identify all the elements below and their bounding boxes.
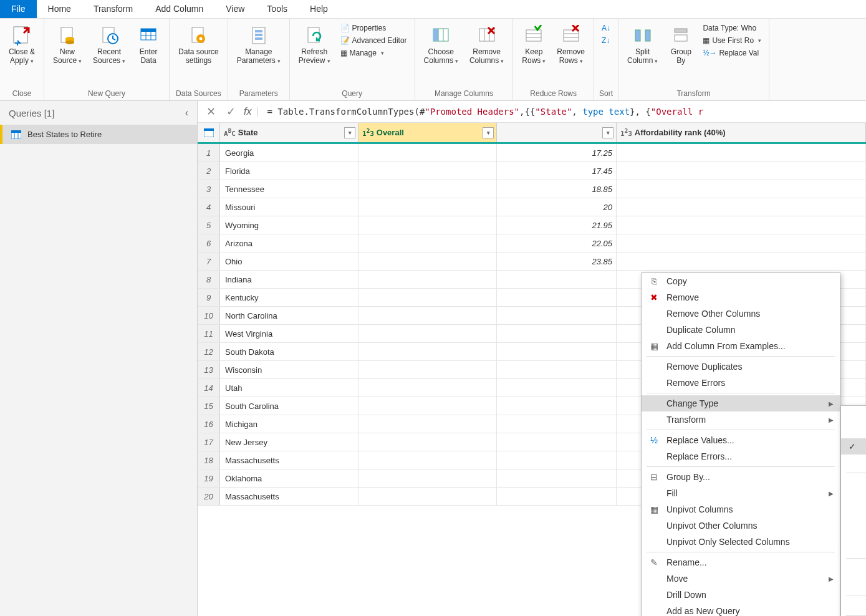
cell-overall[interactable] (358, 397, 497, 415)
cell-overall[interactable] (358, 433, 497, 451)
cell-state[interactable]: Missouri (220, 198, 358, 216)
cell-value[interactable]: 23.85 (497, 253, 617, 270)
row-number[interactable]: 6 (198, 234, 220, 252)
cell-value[interactable] (497, 451, 617, 469)
cell-state[interactable]: Wisconsin (220, 361, 358, 378)
menu-view[interactable]: View (214, 0, 256, 18)
close-apply-button[interactable]: Close & Apply (5, 21, 39, 68)
row-number[interactable]: 12 (198, 343, 220, 360)
sm-date[interactable]: Date (841, 491, 866, 508)
cell-value[interactable] (497, 307, 617, 324)
cm-remove-other[interactable]: Remove Other Columns (642, 306, 840, 322)
cell-value[interactable] (497, 361, 617, 378)
cell-state[interactable]: New Jersey (220, 433, 358, 451)
formula-accept-button[interactable]: ✓ (224, 105, 238, 118)
cell-state[interactable]: Massachusetts (220, 451, 358, 469)
menu-transform[interactable]: Transform (82, 0, 144, 18)
row-number[interactable]: 17 (198, 433, 220, 451)
cell-value[interactable]: 17.25 (497, 144, 617, 161)
sort-asc-button[interactable]: A↓ (602, 22, 610, 34)
cell-overall[interactable] (358, 234, 497, 252)
cell-value[interactable] (497, 488, 617, 505)
cm-add-from-examples[interactable]: ▦Add Column From Examples... (642, 338, 840, 354)
cell-value[interactable] (497, 433, 617, 451)
cell-overall[interactable] (358, 488, 497, 505)
cell-overall[interactable] (358, 144, 497, 161)
cell-state[interactable]: Kentucky (220, 289, 358, 306)
sm-binary[interactable]: Binary (841, 597, 866, 614)
cell-value[interactable]: 17.45 (497, 162, 617, 180)
cell-state[interactable]: Florida (220, 162, 358, 180)
table-row[interactable]: 1Georgia17.25 (198, 144, 866, 162)
table-row[interactable]: 6Arizona22.05 (198, 234, 866, 253)
row-number[interactable]: 14 (198, 379, 220, 397)
row-number[interactable]: 16 (198, 415, 220, 433)
sm-truefalse[interactable]: True/False (841, 577, 866, 593)
cell-affordability[interactable] (617, 162, 866, 180)
cell-overall[interactable] (358, 361, 497, 378)
menu-add-column[interactable]: Add Column (144, 0, 214, 18)
cell-overall[interactable] (358, 253, 497, 270)
cell-state[interactable]: Indiana (220, 271, 358, 288)
use-first-row-button[interactable]: ▦Use First Ro (703, 35, 761, 46)
cm-duplicate[interactable]: Duplicate Column (642, 322, 840, 338)
sort-desc-button[interactable]: Z↓ (602, 35, 610, 46)
row-number[interactable]: 9 (198, 289, 220, 306)
cm-remove-errors[interactable]: Remove Errors (642, 375, 840, 391)
new-source-button[interactable]: New Source (49, 21, 85, 68)
sm-whole-number[interactable]: ✓Whole Number (841, 438, 866, 455)
sm-fixed-decimal[interactable]: Fixed decimal number (841, 422, 866, 438)
column-filter-dropdown[interactable]: ▾ (344, 127, 355, 138)
cell-affordability[interactable] (617, 198, 866, 216)
cell-overall[interactable] (358, 379, 497, 397)
table-row[interactable]: 4Missouri20 (198, 198, 866, 216)
properties-button[interactable]: 📄Properties (340, 22, 407, 34)
choose-columns-button[interactable]: Choose Columns (420, 21, 462, 68)
row-number[interactable]: 4 (198, 198, 220, 216)
cell-state[interactable]: North Carolina (220, 307, 358, 324)
cell-state[interactable]: West Virginia (220, 325, 358, 342)
data-type-button[interactable]: Data Type: Who (703, 22, 761, 34)
cell-state[interactable]: Arizona (220, 234, 358, 252)
cell-value[interactable] (497, 397, 617, 415)
formula-text[interactable]: = Table.TransformColumnTypes(#"Promoted … (257, 107, 703, 117)
group-by-button[interactable]: Group By (665, 21, 696, 67)
table-row[interactable]: 5Wyoming21.95 (198, 216, 866, 234)
cm-move[interactable]: Move▶ (642, 570, 840, 587)
cell-overall[interactable] (358, 343, 497, 360)
cell-value[interactable] (497, 271, 617, 288)
cell-affordability[interactable] (617, 253, 866, 270)
sm-text[interactable]: Text (841, 561, 866, 577)
cell-state[interactable]: South Carolina (220, 397, 358, 415)
table-row[interactable]: 3Tennessee18.85 (198, 180, 866, 198)
cell-state[interactable]: Wyoming (220, 216, 358, 234)
cm-unpivot-other[interactable]: Unpivot Other Columns (642, 517, 840, 534)
row-number[interactable]: 5 (198, 216, 220, 234)
cell-affordability[interactable] (617, 180, 866, 198)
cell-value[interactable] (497, 379, 617, 397)
collapse-queries-icon[interactable]: ‹ (185, 107, 188, 118)
cm-replace-values[interactable]: ½Replace Values... (642, 432, 840, 448)
cm-drill-down[interactable]: Drill Down (642, 587, 840, 603)
advanced-editor-button[interactable]: 📝Advanced Editor (340, 35, 407, 46)
column-header-state[interactable]: ABC State ▾ (220, 123, 358, 142)
menu-tools[interactable]: Tools (256, 0, 299, 18)
manage-button[interactable]: ▦Manage (340, 47, 407, 59)
cell-overall[interactable] (358, 271, 497, 288)
fx-icon[interactable]: fx (244, 106, 251, 117)
row-number[interactable]: 2 (198, 162, 220, 180)
sm-percentage[interactable]: Percentage (841, 455, 866, 471)
cell-value[interactable] (497, 469, 617, 487)
remove-rows-button[interactable]: Remove Rows (553, 21, 589, 68)
cell-overall[interactable] (358, 325, 497, 342)
sm-time[interactable]: Time (841, 508, 866, 524)
row-number[interactable]: 3 (198, 180, 220, 198)
column-header-hidden[interactable]: ▾ (497, 123, 617, 142)
formula-cancel-button[interactable]: ✕ (204, 105, 218, 118)
cell-value[interactable]: 21.95 (497, 216, 617, 234)
cell-state[interactable]: South Dakota (220, 343, 358, 360)
row-number[interactable]: 8 (198, 271, 220, 288)
row-number[interactable]: 19 (198, 469, 220, 487)
sm-datetime[interactable]: Date/Time (841, 475, 866, 491)
keep-rows-button[interactable]: Keep Rows (518, 21, 549, 68)
